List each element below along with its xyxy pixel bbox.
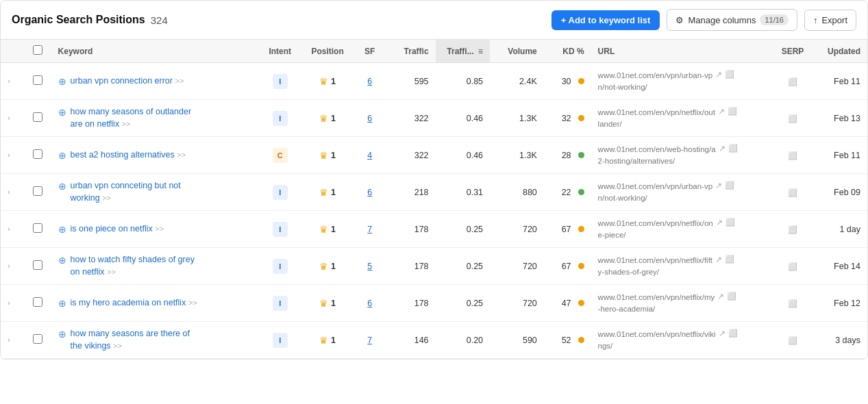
- volume-cell: 720: [490, 248, 544, 285]
- screenshot-icon[interactable]: ⬜: [726, 218, 735, 227]
- url-text: www.01net.com/en/vpn/urban-vpn/not-worki…: [598, 181, 712, 203]
- external-link-icon[interactable]: ↗: [719, 329, 726, 338]
- intent-badge: I: [273, 111, 288, 126]
- kd-value: 47: [562, 299, 571, 308]
- screenshot-icon[interactable]: ⬜: [727, 292, 736, 301]
- row-checkbox[interactable]: [33, 75, 42, 85]
- position-cell: ♛ 1: [301, 322, 355, 359]
- serp-preview-icon[interactable]: ⬜: [788, 262, 797, 270]
- kd-value: 67: [562, 262, 571, 271]
- sf-link[interactable]: 4: [367, 151, 372, 160]
- serp-preview-icon[interactable]: ⬜: [788, 114, 797, 123]
- kd-dot-indicator: [578, 115, 584, 121]
- expand-chevron-icon[interactable]: ›: [8, 188, 17, 197]
- export-button[interactable]: ↑ Export: [804, 10, 856, 31]
- expand-chevron-icon[interactable]: ›: [8, 151, 17, 160]
- result-count: 324: [151, 14, 168, 26]
- external-link-icon[interactable]: ↗: [718, 107, 725, 116]
- sf-link[interactable]: 5: [367, 262, 372, 271]
- filter-icon[interactable]: ≡: [478, 47, 483, 56]
- keyword-arrows-icon: >>: [155, 225, 164, 233]
- row-checkbox[interactable]: [33, 260, 42, 270]
- row-checkbox[interactable]: [33, 223, 42, 233]
- screenshot-icon[interactable]: ⬜: [728, 107, 737, 116]
- external-link-icon[interactable]: ↗: [715, 255, 722, 264]
- kd-dot-indicator: [578, 337, 584, 343]
- volume-cell: 590: [490, 322, 544, 359]
- position-value: 1: [331, 114, 336, 123]
- url-text: www.01net.com/en/vpn/netflix/fifty-shade…: [598, 255, 712, 277]
- serp-preview-icon[interactable]: ⬜: [788, 77, 797, 86]
- row-checkbox[interactable]: [33, 297, 42, 307]
- serp-preview-icon[interactable]: ⬜: [788, 225, 797, 233]
- intent-badge: I: [273, 222, 288, 237]
- traffic-pct-cell: 0.46: [436, 137, 490, 174]
- external-link-icon[interactable]: ↗: [715, 181, 722, 190]
- sf-link[interactable]: 6: [367, 188, 372, 197]
- row-checkbox-cell: [24, 211, 51, 248]
- kd-value: 22: [562, 188, 571, 197]
- expand-chevron-icon[interactable]: ›: [8, 336, 17, 345]
- updated-cell: Feb 12: [813, 285, 867, 322]
- crown-icon: ♛: [319, 224, 328, 235]
- row-expand-cell: ›: [1, 63, 24, 100]
- url-cell: www.01net.com/en/vpn/netflix/fifty-shade…: [591, 248, 773, 285]
- updated-value: 3 days: [835, 336, 860, 345]
- kd-cell: 47: [544, 285, 591, 322]
- traffic-pct-value: 0.20: [467, 336, 483, 345]
- screenshot-icon[interactable]: ⬜: [728, 329, 738, 338]
- intent-cell: I: [260, 322, 300, 359]
- external-link-icon[interactable]: ↗: [719, 144, 726, 153]
- expand-chevron-icon[interactable]: ›: [8, 114, 17, 123]
- serp-preview-icon[interactable]: ⬜: [788, 299, 797, 307]
- url-text: www.01net.com/en/vpn/urban-vpn/not-worki…: [598, 70, 712, 92]
- expand-chevron-icon[interactable]: ›: [8, 77, 17, 86]
- position-value: 1: [331, 262, 336, 271]
- crown-icon: ♛: [319, 76, 328, 87]
- add-to-keyword-list-button[interactable]: + Add to keyword list: [551, 10, 660, 30]
- traffic-pct-cell: 0.46: [436, 100, 490, 137]
- kd-cell: 22: [544, 174, 591, 211]
- screenshot-icon[interactable]: ⬜: [725, 255, 734, 264]
- manage-columns-button[interactable]: ⚙ Manage columns 11/16: [667, 9, 797, 31]
- traffic-pct-cell: 0.25: [436, 285, 490, 322]
- sf-link[interactable]: 7: [367, 336, 372, 345]
- th-serp: SERP: [772, 40, 813, 63]
- row-checkbox[interactable]: [33, 186, 42, 196]
- serp-preview-icon[interactable]: ⬜: [788, 188, 797, 197]
- expand-chevron-icon[interactable]: ›: [8, 262, 17, 271]
- expand-chevron-icon[interactable]: ›: [8, 299, 17, 308]
- screenshot-icon[interactable]: ⬜: [725, 70, 734, 79]
- kd-dot-indicator: [578, 78, 584, 84]
- th-traffic-pct[interactable]: Traffi... ≡: [436, 40, 490, 63]
- keyword-text: how to watch fifty shades of greyon netf…: [71, 254, 195, 278]
- url-cell: www.01net.com/en/vpn/netflix/vikings/ ↗ …: [591, 322, 773, 359]
- row-checkbox[interactable]: [33, 112, 42, 122]
- sf-link[interactable]: 6: [367, 114, 372, 123]
- row-checkbox[interactable]: [33, 334, 42, 344]
- keyword-cell: ⊕ urban vpn connceting but notworking >>: [51, 174, 260, 211]
- external-link-icon[interactable]: ↗: [717, 292, 724, 301]
- sf-link[interactable]: 6: [367, 299, 372, 308]
- kd-dot-indicator: [578, 189, 584, 195]
- screenshot-icon[interactable]: ⬜: [725, 181, 734, 190]
- expand-chevron-icon[interactable]: ›: [8, 225, 17, 234]
- screenshot-icon[interactable]: ⬜: [728, 144, 738, 153]
- row-checkbox[interactable]: [33, 149, 42, 159]
- serp-preview-icon[interactable]: ⬜: [788, 336, 797, 344]
- data-table: Keyword Intent Position SF Traffic: [1, 40, 867, 359]
- external-link-icon[interactable]: ↗: [715, 70, 722, 79]
- external-link-icon[interactable]: ↗: [716, 218, 723, 227]
- position-value: 1: [331, 151, 336, 160]
- sf-cell: 4: [355, 137, 385, 174]
- keyword-cell: ⊕ is one piece on netflix >>: [51, 211, 260, 248]
- keyword-add-icon: ⊕: [58, 224, 66, 235]
- sf-link[interactable]: 6: [367, 77, 372, 86]
- row-checkbox-cell: [24, 137, 51, 174]
- serp-cell: ⬜: [772, 211, 813, 248]
- sf-link[interactable]: 7: [367, 225, 372, 234]
- position-cell: ♛ 1: [301, 285, 355, 322]
- manage-columns-label: Manage columns: [688, 15, 756, 25]
- select-all-checkbox[interactable]: [33, 45, 42, 55]
- serp-preview-icon[interactable]: ⬜: [788, 151, 797, 160]
